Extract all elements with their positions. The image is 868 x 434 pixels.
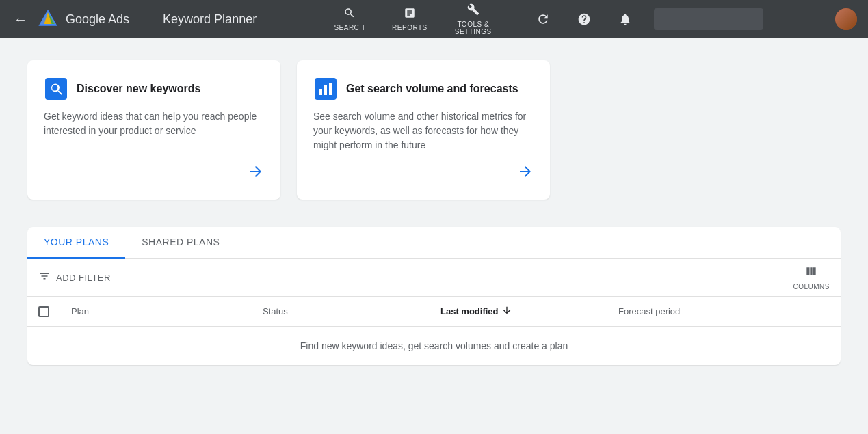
th-last-modified[interactable]: Last modified bbox=[430, 297, 607, 326]
forecasts-arrow-icon bbox=[517, 163, 534, 183]
back-button[interactable]: ← bbox=[11, 9, 30, 30]
checkbox-header bbox=[27, 297, 60, 326]
nav-reports[interactable]: REPORTS bbox=[386, 4, 433, 34]
discover-card-desc: Get keyword ideas that can help you reac… bbox=[44, 109, 264, 152]
nav-tools[interactable]: TOOLS &SETTINGS bbox=[449, 1, 497, 38]
empty-state-message: Find new keyword ideas, get search volum… bbox=[27, 327, 841, 365]
th-forecast-period-label: Forecast period bbox=[618, 306, 680, 316]
discover-card-arrow bbox=[44, 163, 264, 183]
header-title-divider bbox=[146, 11, 146, 27]
svg-rect-5 bbox=[45, 78, 67, 100]
forecasts-card-desc: See search volume and other historical m… bbox=[313, 109, 534, 152]
forecasts-card-icon bbox=[313, 77, 338, 101]
th-plan[interactable]: Plan bbox=[60, 297, 252, 326]
card-header-discover: Discover new keywords bbox=[44, 77, 264, 101]
th-plan-label: Plan bbox=[71, 306, 89, 316]
discover-card-title: Discover new keywords bbox=[77, 83, 200, 95]
notifications-button[interactable] bbox=[613, 7, 637, 31]
tab-shared-plans[interactable]: SHARED PLANS bbox=[125, 227, 236, 259]
help-button[interactable] bbox=[572, 7, 596, 31]
add-filter-button[interactable]: ADD FILTER bbox=[56, 273, 111, 283]
svg-rect-9 bbox=[329, 83, 332, 95]
main-content: Discover new keywords Get keyword ideas … bbox=[0, 38, 868, 387]
discover-card-icon bbox=[44, 77, 68, 101]
nav-reports-label: REPORTS bbox=[392, 24, 428, 31]
nav-tools-label: TOOLS &SETTINGS bbox=[455, 21, 492, 36]
columns-icon bbox=[804, 265, 818, 282]
nav-search[interactable]: SEARCH bbox=[328, 4, 370, 34]
tools-nav-icon bbox=[467, 3, 479, 19]
cards-row: Discover new keywords Get keyword ideas … bbox=[27, 60, 841, 200]
plans-section: YOUR PLANS SHARED PLANS ADD FILTER COLUM… bbox=[27, 227, 841, 365]
th-status[interactable]: Status bbox=[252, 297, 430, 326]
google-ads-logo bbox=[38, 10, 57, 29]
sort-descending-icon bbox=[501, 305, 512, 318]
reports-nav-icon bbox=[404, 7, 416, 23]
header-right bbox=[835, 8, 857, 30]
nav-search-label: SEARCH bbox=[334, 24, 365, 31]
discover-arrow-icon bbox=[248, 163, 264, 183]
header-nav: SEARCH REPORTS TOOLS &SETTINGS bbox=[257, 1, 835, 38]
th-last-modified-label: Last modified bbox=[440, 306, 499, 316]
avatar-image bbox=[835, 8, 857, 30]
columns-label: COLUMNS bbox=[793, 283, 830, 290]
tab-your-plans[interactable]: YOUR PLANS bbox=[27, 227, 125, 259]
page-title: Keyword Planner bbox=[163, 12, 257, 27]
svg-rect-8 bbox=[324, 85, 327, 95]
discover-keywords-card[interactable]: Discover new keywords Get keyword ideas … bbox=[27, 60, 280, 200]
forecasts-card[interactable]: Get search volume and forecasts See sear… bbox=[297, 60, 550, 200]
columns-button[interactable]: COLUMNS bbox=[793, 265, 830, 290]
search-nav-icon bbox=[343, 7, 356, 23]
th-forecast-period[interactable]: Forecast period bbox=[607, 297, 841, 326]
forecasts-card-title: Get search volume and forecasts bbox=[346, 83, 518, 95]
header-search-input[interactable] bbox=[654, 8, 763, 30]
filter-icon bbox=[38, 270, 51, 285]
refresh-button[interactable] bbox=[531, 7, 555, 31]
forecasts-card-arrow bbox=[313, 163, 534, 183]
avatar[interactable] bbox=[835, 8, 857, 30]
app-name: Google Ads bbox=[66, 12, 129, 27]
filter-row: ADD FILTER COLUMNS bbox=[27, 259, 841, 297]
card-header-forecasts: Get search volume and forecasts bbox=[313, 77, 534, 101]
table-header: Plan Status Last modified Forecast perio… bbox=[27, 297, 841, 327]
nav-divider bbox=[514, 8, 514, 30]
svg-rect-7 bbox=[319, 89, 322, 95]
header-left: ← Google Ads Keyword Planner bbox=[11, 9, 257, 30]
header: ← Google Ads Keyword Planner SEARCH REPO… bbox=[0, 0, 868, 38]
th-status-label: Status bbox=[263, 306, 288, 316]
select-all-checkbox[interactable] bbox=[38, 306, 49, 317]
plans-tabs: YOUR PLANS SHARED PLANS bbox=[27, 227, 841, 259]
